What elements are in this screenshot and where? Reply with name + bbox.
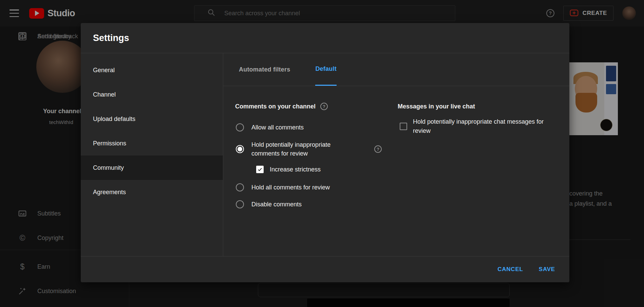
community-tabs: Automated filters Default xyxy=(223,53,569,86)
option-allow-all-comments[interactable]: Allow all comments xyxy=(235,123,382,132)
settings-nav-community[interactable]: Community xyxy=(81,156,223,180)
live-chat-heading-text: Messages in your live chat xyxy=(398,103,475,110)
option-disable-comments[interactable]: Disable comments xyxy=(235,200,382,209)
option-help-icon[interactable]: ? xyxy=(374,145,382,153)
dialog-body: General Channel Upload defaults Permissi… xyxy=(81,53,569,256)
option-label: Disable comments xyxy=(251,200,302,209)
checkbox-checked[interactable] xyxy=(256,166,264,173)
option-hold-chat-messages[interactable]: Hold potentially inappropriate chat mess… xyxy=(398,117,549,136)
dialog-title: Settings xyxy=(93,33,129,43)
settings-dialog: Settings General Channel Upload defaults… xyxy=(81,23,569,282)
save-button[interactable]: SAVE xyxy=(539,266,555,273)
radio-unselected[interactable] xyxy=(236,200,244,208)
dialog-footer: CANCEL SAVE xyxy=(81,256,569,282)
option-label: Allow all comments xyxy=(251,123,304,132)
tab-automated-filters[interactable]: Automated filters xyxy=(239,53,290,86)
live-chat-heading: Messages in your live chat xyxy=(398,102,549,110)
youtube-studio-screen: Studio ? CREATE Your channel techWithId xyxy=(0,0,644,307)
radio-unselected[interactable] xyxy=(236,123,244,131)
settings-nav-agreements[interactable]: Agreements xyxy=(81,180,223,204)
comments-help-icon[interactable]: ? xyxy=(320,103,328,110)
option-label: Hold potentially inappropriate chat mess… xyxy=(413,117,549,136)
option-label: Hold potentially inappropriate comments … xyxy=(251,140,352,158)
settings-content: Automated filters Default Comments on yo… xyxy=(223,53,569,256)
comments-heading-text: Comments on your channel xyxy=(235,103,316,110)
live-chat-section: Messages in your live chat Hold potentia… xyxy=(398,102,549,136)
comments-heading: Comments on your channel ? xyxy=(235,102,382,110)
option-label: Increase strictness xyxy=(270,165,321,174)
radio-selected[interactable] xyxy=(236,145,244,153)
option-hold-all-comments[interactable]: Hold all comments for review xyxy=(235,183,382,192)
settings-nav-upload-defaults[interactable]: Upload defaults xyxy=(81,107,223,131)
cancel-button[interactable]: CANCEL xyxy=(497,266,523,273)
increase-strictness-row[interactable]: Increase strictness xyxy=(256,165,382,174)
settings-nav: General Channel Upload defaults Permissi… xyxy=(81,53,223,256)
checkbox-unchecked[interactable] xyxy=(400,123,407,130)
settings-nav-channel[interactable]: Channel xyxy=(81,82,223,107)
option-hold-inappropriate-comments[interactable]: Hold potentially inappropriate comments … xyxy=(235,140,382,158)
comments-section: Comments on your channel ? Allow all com… xyxy=(235,102,382,209)
tab-default[interactable]: Default xyxy=(315,53,336,86)
option-label: Hold all comments for review xyxy=(251,183,330,192)
settings-nav-permissions[interactable]: Permissions xyxy=(81,131,223,156)
radio-unselected[interactable] xyxy=(236,183,244,191)
settings-nav-general[interactable]: General xyxy=(81,58,223,82)
dialog-header: Settings xyxy=(81,23,569,53)
